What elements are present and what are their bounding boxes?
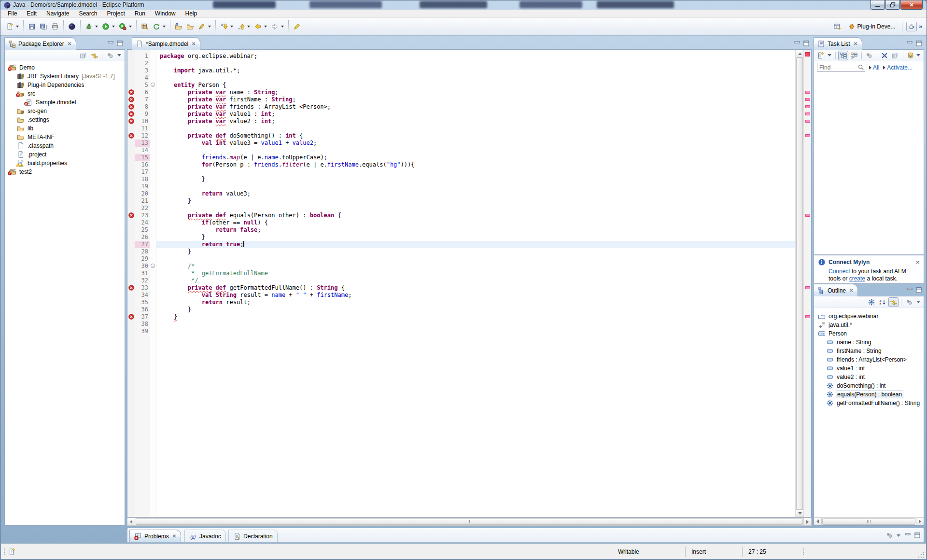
close-icon[interactable]: ✕ bbox=[68, 41, 71, 46]
code-line-24[interactable]: if(other == null) { bbox=[156, 219, 795, 226]
package-item-test2[interactable]: test2 bbox=[5, 168, 125, 176]
tab-sample-dmodel[interactable]: *Sample.dmodel ✕ bbox=[132, 37, 200, 50]
error-annotation-icon[interactable] bbox=[128, 285, 134, 292]
scroll-down-button[interactable] bbox=[796, 509, 804, 517]
code-line-38[interactable] bbox=[156, 321, 795, 328]
package-item-classpath[interactable]: .classpath bbox=[5, 141, 125, 150]
open-perspective-button[interactable] bbox=[831, 21, 843, 32]
error-annotation-icon[interactable] bbox=[128, 212, 134, 220]
line-number[interactable]: 38 bbox=[135, 321, 150, 328]
line-number[interactable]: 36 bbox=[135, 306, 150, 313]
maximize-editor-icon[interactable] bbox=[802, 40, 810, 47]
code-line-36[interactable]: } bbox=[156, 306, 795, 313]
minimize-view-icon[interactable] bbox=[904, 532, 912, 539]
code-line-14[interactable] bbox=[156, 147, 795, 154]
minimize-button[interactable] bbox=[871, 0, 885, 10]
package-item-jre-system-library[interactable]: JRE System Library [JavaSE-1.7] bbox=[5, 72, 125, 81]
code-line-23[interactable]: private def equals(Person other) : boole… bbox=[156, 212, 795, 219]
line-number[interactable]: 16 bbox=[135, 161, 150, 168]
restore-button[interactable] bbox=[885, 0, 900, 10]
outline-item-dosomething-int[interactable]: doSomething() : int bbox=[814, 381, 924, 390]
minimize-view-icon[interactable] bbox=[906, 286, 913, 294]
tab-problems[interactable]: Problems✕ bbox=[129, 530, 181, 542]
tab-task-list[interactable]: Task List ✕ bbox=[814, 37, 862, 50]
close-icon[interactable]: ✕ bbox=[172, 533, 176, 539]
line-number[interactable]: 15 bbox=[135, 154, 150, 161]
code-line-10[interactable]: private var value2 : int; bbox=[156, 118, 795, 125]
error-annotation-icon[interactable] bbox=[128, 133, 134, 140]
line-number[interactable]: 11 bbox=[135, 125, 150, 132]
menu-window[interactable]: Window bbox=[150, 10, 181, 17]
fold-collapse-icon[interactable]: – bbox=[151, 264, 155, 268]
menu-edit[interactable]: Edit bbox=[22, 10, 42, 17]
code-line-8[interactable]: private var friends : ArrayList <Person>… bbox=[156, 103, 795, 111]
filter-persona-button[interactable] bbox=[904, 297, 914, 307]
overview-error-marker[interactable] bbox=[805, 214, 810, 217]
debug-button[interactable] bbox=[83, 21, 95, 32]
code-line-12[interactable]: private def doSomething() : int { bbox=[156, 132, 795, 140]
code-line-37[interactable]: } bbox=[156, 313, 795, 321]
outline-item-value2-int[interactable]: value2 : int bbox=[814, 373, 924, 381]
code-line-21[interactable]: } bbox=[156, 197, 795, 205]
vertical-scroll-thumb[interactable] bbox=[796, 57, 803, 509]
focus-active-task-button[interactable] bbox=[866, 297, 876, 307]
next-annotation-button[interactable] bbox=[235, 21, 247, 32]
new-wizard-dropdown[interactable] bbox=[16, 26, 19, 28]
scheduled-mode-button[interactable] bbox=[849, 51, 859, 60]
package-item-project[interactable]: .project bbox=[5, 150, 125, 159]
line-number[interactable]: 19 bbox=[135, 183, 150, 190]
line-number[interactable]: 23 bbox=[135, 212, 150, 219]
hide-completed-button[interactable] bbox=[880, 51, 889, 60]
minimize-editor-icon[interactable] bbox=[793, 40, 801, 47]
next-annotation-dropdown[interactable] bbox=[247, 26, 250, 28]
open-resource-button[interactable] bbox=[184, 21, 196, 32]
back-dropdown[interactable] bbox=[264, 26, 267, 28]
line-number[interactable]: 35 bbox=[135, 299, 150, 306]
code-line-22[interactable] bbox=[156, 205, 795, 212]
line-number[interactable]: 12 bbox=[135, 132, 150, 140]
scroll-left-button[interactable] bbox=[814, 518, 822, 525]
code-line-26[interactable]: } bbox=[156, 234, 795, 241]
refresh-dropdown[interactable] bbox=[163, 26, 166, 28]
code-line-2[interactable] bbox=[156, 60, 795, 67]
new-wizard-button[interactable] bbox=[4, 21, 15, 32]
editor-vertical-scrollbar[interactable] bbox=[795, 50, 803, 517]
line-number[interactable]: 27 bbox=[135, 241, 150, 248]
overview-error-indicator[interactable] bbox=[805, 52, 810, 56]
code-line-39[interactable] bbox=[156, 328, 795, 335]
code-line-32[interactable]: */ bbox=[156, 277, 795, 284]
close-button[interactable]: ✕ bbox=[900, 0, 923, 10]
menu-help[interactable]: Help bbox=[181, 10, 202, 17]
maximize-view-icon[interactable] bbox=[915, 40, 923, 47]
tab-declaration[interactable]: Declaration bbox=[228, 530, 278, 542]
eclipse-sphere-button[interactable] bbox=[66, 21, 78, 32]
view-menu-persona-button[interactable] bbox=[105, 51, 115, 60]
minimize-view-icon[interactable] bbox=[906, 40, 913, 47]
code-line-30[interactable]: /* bbox=[156, 263, 795, 270]
scroll-right-button[interactable] bbox=[803, 518, 811, 525]
overview-error-marker[interactable] bbox=[805, 105, 810, 108]
menu-file[interactable]: File bbox=[3, 10, 22, 17]
code-line-11[interactable] bbox=[156, 125, 795, 132]
code-line-29[interactable] bbox=[156, 255, 795, 263]
package-item-meta-inf[interactable]: META-INF bbox=[5, 133, 125, 141]
line-number[interactable]: 13 bbox=[135, 140, 150, 147]
tab-javadoc[interactable]: @Javadoc bbox=[184, 530, 226, 542]
package-item-sample-dmodel[interactable]: Sample.dmodel bbox=[5, 98, 125, 107]
code-line-4[interactable] bbox=[156, 74, 795, 82]
error-annotation-icon[interactable] bbox=[128, 104, 134, 111]
view-menu-button[interactable] bbox=[916, 301, 920, 303]
trim-drag-handle[interactable] bbox=[803, 548, 804, 555]
code-line-34[interactable]: val String result = name + " " + firstNa… bbox=[156, 292, 795, 299]
package-item-src-gen[interactable]: src-gen bbox=[5, 107, 125, 115]
code-line-27[interactable]: return true; bbox=[156, 241, 795, 248]
link-with-editor-button[interactable] bbox=[89, 51, 99, 60]
line-number[interactable]: 1 bbox=[135, 53, 150, 60]
package-item-lib[interactable]: lib bbox=[5, 124, 125, 133]
line-number[interactable]: 9 bbox=[135, 111, 150, 118]
forward-button[interactable] bbox=[269, 21, 281, 32]
line-number[interactable]: 25 bbox=[135, 226, 150, 234]
line-number[interactable]: 29 bbox=[135, 255, 150, 263]
back-button[interactable] bbox=[252, 21, 264, 32]
package-item-demo[interactable]: Demo bbox=[5, 63, 125, 72]
